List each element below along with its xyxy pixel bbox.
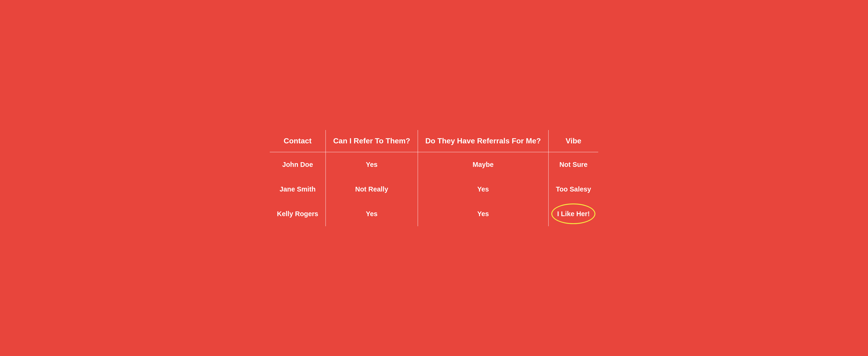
cell-contact-1: John Doe (270, 152, 326, 177)
cell-contact-3: Kelly Rogers (270, 202, 326, 226)
cell-can-refer-3: Yes (326, 202, 417, 226)
cell-have-referrals-3: Yes (418, 202, 549, 226)
header-vibe: Vibe (549, 130, 598, 152)
table-wrapper: Contact Can I Refer To Them? Do They Hav… (270, 130, 598, 226)
cell-vibe-2: Too Salesy (549, 177, 598, 202)
table-row: Jane Smith Not Really Yes Too Salesy (270, 177, 598, 202)
cell-can-refer-2: Not Really (326, 177, 417, 202)
cell-have-referrals-2: Yes (418, 177, 549, 202)
cell-can-refer-1: Yes (326, 152, 417, 177)
table-header-row: Contact Can I Refer To Them? Do They Hav… (270, 130, 598, 152)
cell-vibe-1: Not Sure (549, 152, 598, 177)
header-contact: Contact (270, 130, 326, 152)
table-row: John Doe Yes Maybe Not Sure (270, 152, 598, 177)
table-row: Kelly Rogers Yes Yes I Like Her! (270, 202, 598, 226)
circle-highlight: I Like Her! (557, 210, 590, 218)
header-have-referrals: Do They Have Referrals For Me? (418, 130, 549, 152)
header-can-refer: Can I Refer To Them? (326, 130, 417, 152)
cell-have-referrals-1: Maybe (418, 152, 549, 177)
referrals-table: Contact Can I Refer To Them? Do They Hav… (270, 130, 598, 226)
cell-vibe-3-highlighted: I Like Her! (549, 202, 598, 226)
cell-contact-2: Jane Smith (270, 177, 326, 202)
